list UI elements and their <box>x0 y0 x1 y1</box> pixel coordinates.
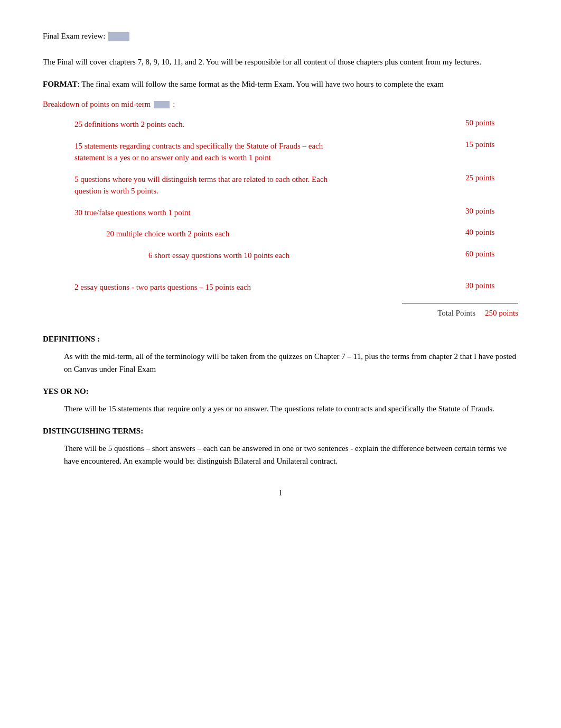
title-text: Final Exam review: <box>43 32 105 41</box>
page-container: Final Exam review: The Final will cover … <box>43 0 518 529</box>
total-label: Total Points <box>437 309 475 318</box>
points-value-2: 15 points <box>465 140 518 149</box>
definitions-body: As with the mid-term, all of the termino… <box>43 350 518 375</box>
total-value: 250 points <box>485 309 518 318</box>
format-paragraph: FORMAT: The final exam will follow the s… <box>43 78 518 90</box>
format-text: : The final exam will follow the same fo… <box>78 80 444 88</box>
points-desc-1: 25 definitions worth 2 points each. <box>74 118 349 131</box>
points-desc-6: 6 short essay questions worth 10 points … <box>148 250 423 262</box>
total-divider-line <box>402 303 518 303</box>
breakdown-highlight <box>154 101 170 108</box>
points-value-6: 60 points <box>465 250 518 259</box>
points-row-essay: 2 essay questions - two parts questions … <box>43 281 518 293</box>
definitions-section: DEFINITIONS : As with the mid-term, all … <box>43 335 518 375</box>
distinguishing-terms-body: There will be 5 questions – short answer… <box>43 442 518 467</box>
intro-text: The Final will cover chapters 7, 8, 9, 1… <box>43 58 481 66</box>
points-row-5: 20 multiple choice worth 2 points each 4… <box>43 228 518 240</box>
points-value-3: 25 points <box>465 173 518 182</box>
points-desc-5: 20 multiple choice worth 2 points each <box>106 228 381 240</box>
yes-or-no-body: There will be 15 statements that require… <box>43 402 518 415</box>
points-desc-2: 15 statements regarding contracts and sp… <box>74 140 349 164</box>
points-table: 25 definitions worth 2 points each. 50 p… <box>43 118 518 318</box>
yes-or-no-section: YES OR NO: There will be 15 statements t… <box>43 387 518 415</box>
total-divider-row <box>43 303 518 303</box>
title-line: Final Exam review: <box>43 32 518 41</box>
points-value-1: 50 points <box>465 118 518 127</box>
format-label: FORMAT <box>43 80 78 88</box>
points-value-5: 40 points <box>465 228 518 237</box>
points-row-2: 15 statements regarding contracts and sp… <box>43 140 518 164</box>
page-number: 1 <box>43 489 518 497</box>
points-desc-essay: 2 essay questions - two parts questions … <box>74 281 349 293</box>
total-row: Total Points 250 points <box>43 309 518 318</box>
breakdown-colon: : <box>173 100 175 109</box>
distinguishing-terms-section: DISTINGUISHING TERMS: There will be 5 qu… <box>43 427 518 467</box>
points-row-3: 5 questions where you will distinguish t… <box>43 173 518 197</box>
points-value-4: 30 points <box>465 207 518 216</box>
points-desc-4: 30 true/false questions worth 1 point <box>74 207 349 219</box>
points-row-6: 6 short essay questions worth 10 points … <box>43 250 518 262</box>
breakdown-heading: Breakdown of points on mid-term : <box>43 100 518 109</box>
title-highlight <box>108 32 129 41</box>
points-row-4: 30 true/false questions worth 1 point 30… <box>43 207 518 219</box>
points-row-1: 25 definitions worth 2 points each. 50 p… <box>43 118 518 131</box>
points-value-essay: 30 points <box>465 281 518 290</box>
breakdown-heading-text: Breakdown of points on mid-term <box>43 100 151 109</box>
intro-paragraph: The Final will cover chapters 7, 8, 9, 1… <box>43 56 518 68</box>
distinguishing-terms-heading: DISTINGUISHING TERMS: <box>43 427 518 436</box>
yes-or-no-heading: YES OR NO: <box>43 387 518 396</box>
definitions-heading: DEFINITIONS : <box>43 335 518 344</box>
points-desc-3: 5 questions where you will distinguish t… <box>74 173 349 197</box>
